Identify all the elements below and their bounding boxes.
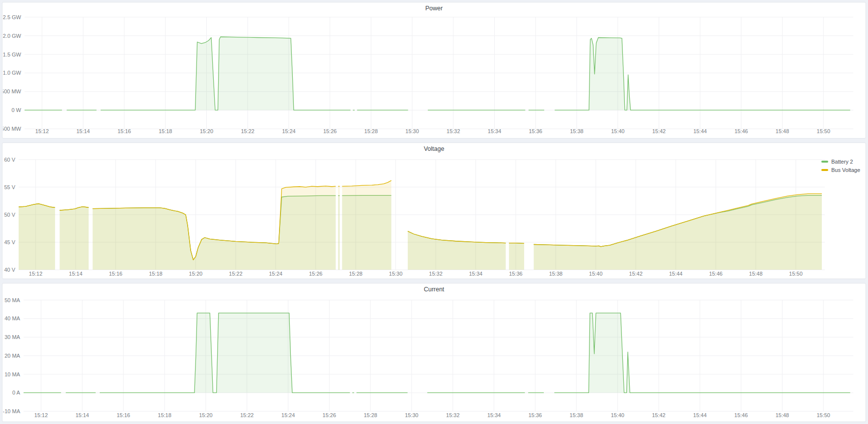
voltage-y-tick: 45 V xyxy=(4,239,15,245)
panel-power: Power 2.5 GW2.0 GW1.5 GW1.0 GW500 MW0 W-… xyxy=(2,2,866,139)
current-plot[interactable]: 50 MA40 MA30 MA20 MA10 MA0 A-10 MA15:121… xyxy=(3,284,865,421)
power-y-tick: 2.5 GW xyxy=(3,14,22,20)
current-x-tick: 15:12 xyxy=(34,412,48,418)
voltage-y-tick: 40 V xyxy=(4,267,15,273)
current-x-tick: 15:18 xyxy=(158,412,171,418)
voltage-x-tick: 15:50 xyxy=(789,271,802,277)
voltage-x-tick: 15:12 xyxy=(29,271,42,277)
current-y-tick: 20 MA xyxy=(4,353,20,359)
legend-item-bus-voltage[interactable]: Bus Voltage xyxy=(821,167,860,173)
voltage-x-tick: 15:22 xyxy=(229,271,242,277)
power-x-tick: 15:26 xyxy=(323,128,336,134)
voltage-x-tick: 15:28 xyxy=(349,271,362,277)
power-x-tick: 15:32 xyxy=(447,128,460,134)
panel-current: Current 50 MA40 MA30 MA20 MA10 MA0 A-10 … xyxy=(2,283,866,422)
current-x-tick: 15:30 xyxy=(405,412,418,418)
power-x-tick: 15:38 xyxy=(570,128,583,134)
panel-title-voltage[interactable]: Voltage xyxy=(2,145,866,152)
voltage-x-tick: 15:20 xyxy=(189,271,202,277)
panel-title-power[interactable]: Power xyxy=(2,5,866,12)
current-y-tick: 50 MA xyxy=(4,297,20,303)
voltage-x-tick: 15:48 xyxy=(749,271,762,277)
voltage-x-tick: 15:38 xyxy=(549,271,562,277)
power-x-tick: 15:28 xyxy=(364,128,378,134)
voltage-x-tick: 15:40 xyxy=(589,271,602,277)
voltage-x-tick: 15:32 xyxy=(429,271,442,277)
power-x-tick: 15:20 xyxy=(200,128,213,134)
voltage-plot[interactable]: 60 V55 V50 V45 V40 V15:1215:1415:1615:18… xyxy=(3,143,865,278)
power-chart[interactable]: 2.5 GW2.0 GW1.5 GW1.0 GW500 MW0 W-500 MW… xyxy=(3,3,865,138)
current-x-tick: 15:14 xyxy=(76,412,89,418)
legend-swatch-bus-voltage xyxy=(821,169,828,171)
current-y-tick: -10 MA xyxy=(3,408,21,414)
voltage-x-tick: 15:42 xyxy=(629,271,643,277)
panel-title-current[interactable]: Current xyxy=(2,286,866,293)
voltage-x-tick: 15:34 xyxy=(469,271,482,277)
power-y-tick: 0 W xyxy=(11,107,21,113)
current-x-tick: 15:46 xyxy=(734,412,748,418)
voltage-x-tick: 15:26 xyxy=(309,271,322,277)
current-x-tick: 15:50 xyxy=(817,412,830,418)
power-x-tick: 15:12 xyxy=(35,128,49,134)
voltage-x-tick: 15:18 xyxy=(149,271,162,277)
voltage-chart[interactable]: 60 V55 V50 V45 V40 V15:1215:1415:1615:18… xyxy=(3,143,865,278)
power-x-tick: 15:48 xyxy=(776,128,789,134)
voltage-legend: Battery 2 Bus Voltage xyxy=(821,158,860,173)
current-y-tick: 0 A xyxy=(12,390,21,396)
current-x-tick: 15:44 xyxy=(693,412,706,418)
power-y-tick: 500 MW xyxy=(3,88,22,94)
current-y-tick: 10 MA xyxy=(4,371,20,377)
current-x-tick: 15:48 xyxy=(776,412,789,418)
current-x-tick: 15:34 xyxy=(487,412,501,418)
current-x-tick: 15:40 xyxy=(611,412,624,418)
current-y-tick: 30 MA xyxy=(4,334,20,340)
legend-label-battery-2: Battery 2 xyxy=(831,158,853,165)
current-x-tick: 15:22 xyxy=(240,412,253,418)
current-x-tick: 15:38 xyxy=(570,412,583,418)
power-x-tick: 15:34 xyxy=(488,128,501,134)
power-x-tick: 15:50 xyxy=(817,128,830,134)
power-y-tick: 1.5 GW xyxy=(3,52,22,57)
grafana-dashboard: Power 2.5 GW2.0 GW1.5 GW1.0 GW500 MW0 W-… xyxy=(0,0,868,424)
current-x-tick: 15:20 xyxy=(199,412,212,418)
power-x-tick: 15:42 xyxy=(652,128,666,134)
voltage-x-tick: 15:36 xyxy=(509,271,522,277)
power-y-tick: -500 MW xyxy=(3,126,22,132)
current-x-tick: 15:24 xyxy=(281,412,295,418)
legend-swatch-battery-2 xyxy=(821,161,828,163)
power-x-tick: 15:36 xyxy=(529,128,542,134)
current-y-tick: 40 MA xyxy=(4,315,20,321)
voltage-y-tick: 50 V xyxy=(4,212,15,218)
legend-item-battery-2[interactable]: Battery 2 xyxy=(821,158,860,165)
voltage-x-tick: 15:24 xyxy=(269,271,282,277)
voltage-x-tick: 15:44 xyxy=(669,271,682,277)
voltage-x-tick: 15:14 xyxy=(69,271,82,277)
voltage-x-tick: 15:16 xyxy=(109,271,122,277)
power-x-tick: 15:14 xyxy=(77,128,90,134)
voltage-x-tick: 15:46 xyxy=(709,271,722,277)
power-x-tick: 15:18 xyxy=(159,128,172,134)
power-y-tick: 1.0 GW xyxy=(3,70,22,76)
voltage-y-tick: 60 V xyxy=(4,157,15,163)
current-x-tick: 15:16 xyxy=(116,412,130,418)
power-x-tick: 15:24 xyxy=(282,128,295,134)
current-x-tick: 15:36 xyxy=(529,412,542,418)
power-plot[interactable]: 2.5 GW2.0 GW1.5 GW1.0 GW500 MW0 W-500 MW… xyxy=(3,3,865,138)
voltage-y-tick: 55 V xyxy=(4,184,15,190)
current-x-tick: 15:42 xyxy=(652,412,665,418)
current-chart[interactable]: 50 MA40 MA30 MA20 MA10 MA0 A-10 MA15:121… xyxy=(3,284,865,421)
power-y-tick: 2.0 GW xyxy=(3,33,22,39)
power-x-tick: 15:16 xyxy=(117,128,131,134)
current-x-tick: 15:32 xyxy=(446,412,459,418)
current-x-tick: 15:28 xyxy=(364,412,377,418)
legend-label-bus-voltage: Bus Voltage xyxy=(831,167,860,173)
power-x-tick: 15:30 xyxy=(405,128,419,134)
current-x-tick: 15:26 xyxy=(323,412,336,418)
power-x-tick: 15:44 xyxy=(693,128,706,134)
power-x-tick: 15:22 xyxy=(241,128,254,134)
panel-voltage: Voltage 60 V55 V50 V45 V40 V15:1215:1415… xyxy=(2,142,866,279)
power-x-tick: 15:40 xyxy=(611,128,624,134)
power-x-tick: 15:46 xyxy=(734,128,748,134)
voltage-x-tick: 15:30 xyxy=(389,271,402,277)
